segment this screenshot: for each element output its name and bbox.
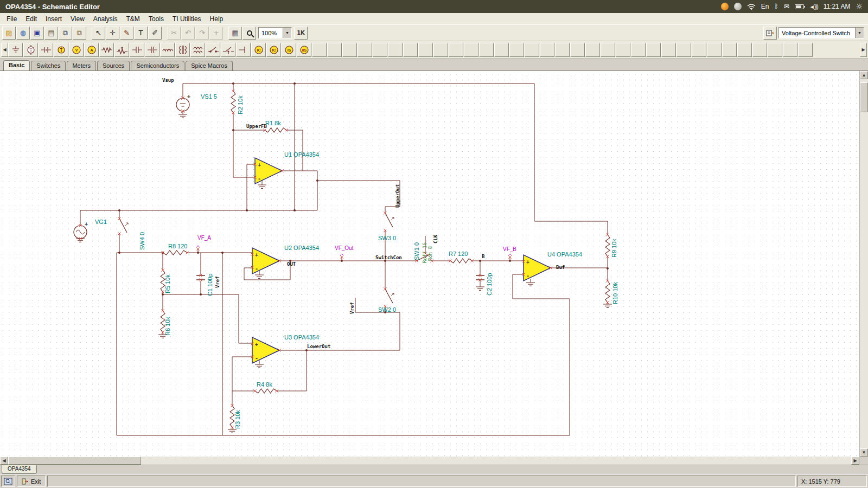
battery-icon[interactable] [795, 4, 804, 9]
opamp-U3[interactable]: +- [251, 337, 280, 363]
scroll-up-icon[interactable]: ▲ [860, 71, 868, 79]
component-mode-icon[interactable] [763, 27, 777, 40]
schematic-label-vg1[interactable]: VG1 [95, 219, 107, 225]
schematic-label-r5[interactable]: R5 10k [164, 274, 171, 293]
schematic-label-r4[interactable]: R4 8k [257, 381, 272, 388]
schematic-label-r9[interactable]: R9 10k [611, 239, 617, 258]
text-button[interactable]: T [134, 27, 148, 40]
schematic-drawing[interactable]: +++-+-+-+-VsupVS1 5R2 10kUpperFBR1 8kU1 … [0, 71, 859, 457]
inductor-component-button[interactable] [160, 43, 175, 57]
schematic-label-vref1[interactable]: Vref [215, 276, 220, 288]
resistor-R9[interactable] [605, 233, 610, 258]
exit-button[interactable]: Exit [17, 476, 46, 487]
schematic-label-u4[interactable]: U4 OPA4354 [547, 251, 582, 258]
grid-button[interactable]: ▦ [228, 27, 242, 40]
battery-component-button[interactable] [39, 43, 53, 57]
schematic-label-sw1[interactable]: SW1 0 [413, 242, 420, 260]
opamp-U1[interactable]: +- [253, 158, 283, 184]
ground-R10[interactable] [603, 304, 612, 307]
schematic-label-lowerout[interactable]: LowerOut [307, 344, 330, 349]
page-setup-button[interactable]: ▤ [44, 27, 58, 40]
resistor-R1[interactable] [263, 128, 288, 132]
schematic-label-c2[interactable]: C2 100p [486, 273, 493, 296]
wifi-icon[interactable] [747, 3, 756, 10]
controlled-source-iis-component-button[interactable]: IIS [297, 43, 311, 57]
electrolytic-capacitor-component-button[interactable] [145, 43, 159, 57]
menu-insert[interactable]: Insert [41, 14, 66, 24]
coupled-inductors-component-button[interactable] [190, 43, 205, 57]
switch-SW2[interactable] [384, 287, 394, 303]
opamp-U2[interactable]: +- [251, 248, 280, 274]
tab-meters[interactable]: Meters [67, 61, 96, 70]
mail-icon[interactable]: ✉ [784, 3, 789, 10]
tab-semiconductors[interactable]: Semiconductors [131, 61, 184, 70]
ground-U4[interactable] [526, 282, 535, 286]
schematic-label-r7[interactable]: R7 120 [449, 251, 468, 257]
zoom-dropdown-arrow-icon[interactable]: ▼ [283, 28, 291, 38]
component-scroll-left[interactable]: ◀ [1, 43, 8, 57]
open-from-web-button[interactable]: ◍ [16, 27, 30, 40]
switch-component-button[interactable] [206, 43, 220, 57]
cut-button[interactable]: ✂ [167, 27, 181, 40]
voltage-source-component-button[interactable] [23, 43, 38, 57]
controlled-source-ic-component-button[interactable]: IC [251, 43, 266, 57]
schematic-label-ron[interactable]: Ron 8 [427, 246, 433, 261]
menu-help[interactable]: Help [206, 14, 228, 24]
potentiometer-component-button[interactable] [114, 43, 129, 57]
menu-tools[interactable]: Tools [144, 14, 168, 24]
schematic-label-r2[interactable]: R2 10k [237, 95, 244, 114]
transformer-component-button[interactable] [175, 43, 190, 57]
capacitor-C1[interactable] [196, 274, 205, 281]
ground-component-button[interactable] [8, 43, 23, 57]
capacitor-C2[interactable] [476, 274, 484, 281]
menu-edit[interactable]: Edit [21, 14, 41, 24]
schematic-label-c1[interactable]: C1 100p [207, 273, 213, 296]
hscroll-track[interactable] [8, 457, 851, 465]
undo-button[interactable]: ↶ [181, 27, 195, 40]
schematic-label-sw4[interactable]: SW4 0 [139, 232, 145, 250]
schematic-label-vfa[interactable]: VF_A [197, 235, 211, 241]
ground-U1[interactable] [258, 185, 266, 188]
tray-app-orange-icon[interactable] [721, 3, 729, 10]
schematic-label-roff[interactable]: Roff 1G [422, 242, 427, 263]
terminator-component-button[interactable] [236, 43, 251, 57]
schematic-label-upperfb[interactable]: UpperFB [246, 124, 267, 129]
resistor-component-button[interactable] [99, 43, 114, 57]
menu-file[interactable]: File [2, 14, 21, 24]
schematic-label-r8[interactable]: R8 120 [168, 243, 187, 249]
component-scroll-right[interactable]: ▶ [860, 43, 867, 57]
resistor-R8[interactable] [161, 251, 188, 255]
zoom-button[interactable] [242, 27, 256, 40]
hotkey-value-button[interactable]: 1K [294, 27, 308, 40]
switch-SW3[interactable] [384, 211, 394, 227]
insert-last-button[interactable]: + [209, 27, 223, 40]
scroll-left-icon[interactable]: ◀ [0, 457, 8, 465]
status-mode-icon[interactable] [1, 476, 15, 487]
clock[interactable]: 11:21 AM [824, 3, 851, 10]
vertical-scrollbar[interactable]: ▲ ▼ [859, 71, 868, 457]
schematic-label-r3[interactable]: R3 10k [234, 410, 241, 429]
vscroll-thumb[interactable] [860, 82, 868, 112]
doc-tab-opa4354[interactable]: OPA4354 [2, 465, 37, 474]
scroll-down-icon[interactable]: ▼ [860, 448, 868, 457]
schematic-label-sw3[interactable]: SW3 0 [378, 235, 396, 241]
ground-C2[interactable] [476, 287, 484, 290]
component-mode-arrow-icon[interactable]: ▼ [855, 28, 864, 38]
cursor-button[interactable]: ↖ [92, 27, 105, 40]
resistor-R4[interactable] [253, 389, 278, 393]
bluetooth-icon[interactable]: ᛒ [774, 3, 778, 10]
schematic-label-b[interactable]: B [482, 254, 485, 259]
ground-VS1[interactable] [178, 114, 187, 118]
save-button[interactable]: ▣ [30, 27, 44, 40]
schematic-canvas[interactable]: +++-+-+-+-VsupVS1 5R2 10kUpperFBR1 8kU1 … [0, 71, 859, 457]
switch-SW4[interactable] [118, 217, 128, 233]
schematic-label-u3[interactable]: U3 OPA4354 [284, 334, 319, 341]
schematic-label-r6[interactable]: R6 10k [164, 317, 171, 336]
select-region-button[interactable]: ✛ [106, 27, 119, 40]
schematic-label-clk[interactable]: CLK [433, 234, 438, 243]
schematic-label-sw2[interactable]: SW2 0 [378, 306, 396, 313]
tab-switches[interactable]: Switches [31, 61, 66, 70]
ground-U3[interactable] [255, 364, 264, 368]
vscroll-track[interactable] [860, 79, 868, 448]
resistor-R10[interactable] [605, 279, 610, 304]
